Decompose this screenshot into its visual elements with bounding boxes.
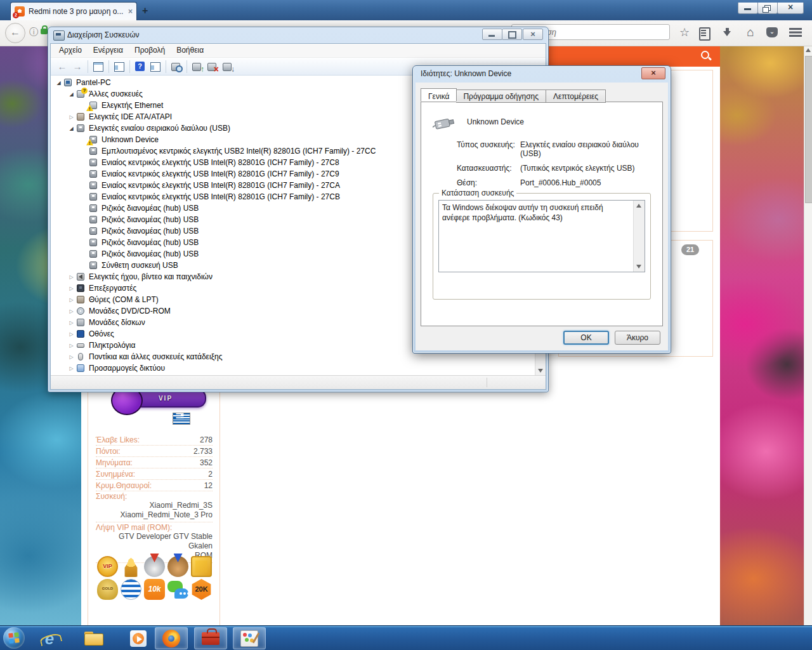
bookmark-star-icon[interactable]: ☆ (678, 26, 691, 39)
scroll-up-icon[interactable] (806, 48, 811, 52)
close-button[interactable] (523, 29, 543, 40)
browser-titlebar: 2 Redmi note 3 pro μαυρη ο... × + (0, 0, 812, 20)
bronze-medal-icon (167, 556, 188, 577)
tab-close-icon[interactable]: × (128, 7, 133, 16)
expander-closed-icon[interactable]: ▷ (67, 320, 75, 326)
expander-closed-icon[interactable]: ▷ (67, 308, 75, 314)
expander-closed-icon[interactable]: ▷ (67, 114, 75, 120)
group-label: Κατάσταση συσκευής (439, 189, 516, 197)
search-icon[interactable] (701, 51, 711, 61)
expander-closed-icon[interactable]: ▷ (67, 354, 75, 360)
tree-item-label: Ελεγκτής Ethernet (102, 101, 163, 110)
page-scrollbar[interactable] (804, 46, 812, 625)
expander-open-icon[interactable]: ◢ (67, 126, 75, 131)
start-button[interactable] (3, 627, 25, 649)
tree-item-label: Ενιαίος κεντρικός ελεγκτής USB Intel(R) … (102, 192, 340, 201)
device-status-box[interactable]: Τα Windows διέκοψαν αυτήν τη συσκευή επε… (438, 200, 645, 272)
taskbar-paint-button[interactable] (233, 627, 266, 649)
ide-icon (75, 112, 86, 121)
taskbar-media-player-button[interactable] (122, 627, 155, 649)
greek-flag-icon (173, 413, 190, 425)
field-value: (Τυπικός κεντρικός ελεγκτής USB) (520, 164, 656, 173)
maximize-button[interactable] (502, 29, 522, 40)
home-icon[interactable]: ⌂ (743, 26, 757, 39)
tree-item-label: Ριζικός διανομέας (hub) USB (102, 227, 199, 235)
expander-closed-icon[interactable]: ▷ (67, 274, 75, 280)
media-player-icon (130, 630, 147, 647)
new-tab-button[interactable]: + (142, 5, 148, 17)
tab-active[interactable]: Γενικά (421, 88, 457, 102)
taskbar-toolbox-app-button[interactable] (194, 627, 227, 649)
field-label: Κατασκευαστής: (457, 164, 520, 173)
taskbar-windows-explorer-button[interactable] (77, 627, 110, 649)
menu-hamburger-icon[interactable] (789, 28, 802, 37)
window-close-button[interactable] (777, 3, 804, 14)
help-icon[interactable] (133, 60, 147, 74)
minimize-button[interactable] (482, 29, 502, 40)
warning-icon: ! (86, 139, 93, 145)
stat-value: 352 (200, 458, 213, 467)
tree-item-label: Ριζικός διανομέας (hub) USB (102, 238, 199, 247)
expander-closed-icon[interactable]: ▷ (67, 297, 75, 303)
window-restore-button[interactable] (757, 3, 778, 14)
update-driver-icon[interactable] (190, 60, 204, 74)
tree-item-label: Ριζικός διανομέας (hub) USB (102, 204, 199, 213)
browser-tab[interactable]: 2 Redmi note 3 pro μαυρη ο... × (10, 2, 137, 20)
usb-icon (88, 158, 98, 167)
properties-icon[interactable] (112, 60, 126, 74)
back-button[interactable]: ← (5, 23, 25, 43)
20k-posts-icon: 20K (191, 579, 212, 600)
dialog-close-button[interactable] (641, 67, 665, 79)
info-icon[interactable]: ⓘ (29, 27, 38, 38)
export-icon[interactable] (148, 60, 162, 74)
usb-icon (88, 215, 98, 224)
mouse-icon (75, 352, 86, 361)
tree-item[interactable]: ▷Προσαρμογείς δικτύου (51, 362, 535, 374)
disk-icon (75, 318, 86, 327)
stat-value: 278 (200, 435, 213, 444)
downloads-icon[interactable] (723, 28, 732, 37)
expander-closed-icon[interactable]: ▷ (67, 343, 75, 348)
ok-button[interactable]: OK (563, 331, 609, 345)
scroll-up-icon[interactable] (636, 204, 641, 208)
tab-inactive[interactable]: Πρόγραμμα οδήγησης (456, 90, 546, 103)
scroll-down-icon[interactable] (636, 265, 641, 269)
windows-explorer-icon (84, 632, 103, 646)
toolbar-separator (187, 60, 187, 73)
stat-row: Κρυμ.Θησαυροί:12 (96, 480, 213, 491)
expander-closed-icon[interactable]: ▷ (67, 366, 75, 371)
expander-open-icon[interactable]: ◢ (67, 91, 75, 97)
reading-list-icon[interactable] (699, 27, 710, 41)
console-icon[interactable] (91, 60, 105, 74)
detect-hw-icon[interactable] (221, 60, 235, 74)
taskbar-firefox-button[interactable] (155, 627, 188, 649)
expander-closed-icon[interactable]: ▷ (67, 331, 75, 337)
tab-title: Redmi note 3 pro μαυρη ο... (29, 7, 124, 16)
taskbar-internet-explorer-button[interactable]: e (33, 627, 66, 649)
expander-open-icon[interactable]: ◢ (55, 80, 63, 86)
expander-closed-icon[interactable]: ▷ (67, 286, 75, 291)
menu-item[interactable]: Προβολή (129, 44, 171, 57)
menu-item[interactable]: Αρχείο (53, 44, 88, 57)
tree-item-label: Ριζικός διανομέας (hub) USB (102, 249, 199, 258)
scrollbar-thumb[interactable] (805, 56, 812, 203)
device-manager-titlebar[interactable]: Διαχείριση Συσκευών (48, 27, 548, 43)
tab-inactive[interactable]: Λεπτομέρειες (546, 90, 606, 103)
tree-item-label: Pantel-PC (76, 78, 111, 87)
uninstall-icon[interactable] (206, 60, 219, 74)
scroll-down-icon[interactable] (538, 369, 543, 373)
scan-icon[interactable] (169, 60, 183, 74)
menu-item[interactable]: Ενέργεια (88, 44, 129, 57)
window-minimize-button[interactable] (738, 3, 758, 14)
pocket-icon[interactable]: ⌄ (766, 27, 778, 37)
stat-value: 2.733 (193, 447, 213, 456)
back-icon[interactable]: ← (55, 60, 69, 74)
firefox-icon (162, 630, 180, 647)
cancel-button[interactable]: Άκυρο (615, 331, 660, 345)
menu-item[interactable]: Βοήθεια (171, 44, 209, 57)
usb-icon (88, 238, 98, 247)
device-manager-icon (53, 30, 65, 41)
status-scrollbar[interactable] (633, 201, 645, 272)
tree-item-label: Πληκτρολόγια (89, 341, 135, 350)
forward-icon[interactable]: → (70, 60, 84, 74)
